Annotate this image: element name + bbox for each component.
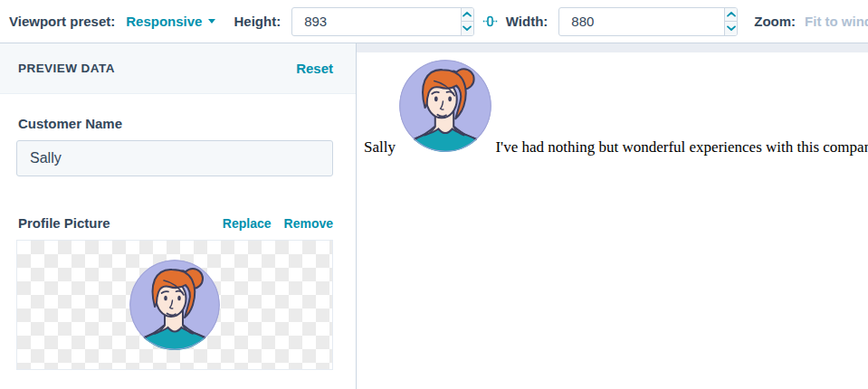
preview-top-strip [357, 43, 868, 52]
zoom-label: Zoom: [754, 14, 796, 29]
width-stepper [724, 8, 737, 35]
height-input-group [291, 7, 474, 36]
width-label: Width: [506, 14, 548, 29]
reset-button[interactable]: Reset [296, 61, 333, 76]
width-input-group [558, 7, 738, 36]
rendered-module: Sally I've had nothing but wonderful exp… [357, 52, 868, 157]
profile-picture-header: Profile Picture Replace Remove [16, 215, 333, 231]
viewport-preset-dropdown[interactable]: Responsive [126, 14, 215, 29]
width-step-up-button[interactable] [725, 8, 737, 23]
viewport-toolbar: Viewport preset: Responsive Height: Widt… [0, 0, 868, 43]
viewport-preset-label: Viewport preset: [9, 14, 115, 29]
preview-customer-name: Sally [364, 138, 396, 156]
height-step-down-button[interactable] [462, 22, 473, 35]
height-input[interactable] [292, 8, 461, 35]
module-preview-pane: Sally I've had nothing but wonderful exp… [357, 43, 868, 389]
zoom-value-dropdown[interactable]: Fit to wind [805, 14, 868, 29]
replace-button[interactable]: Replace [223, 216, 272, 231]
sidebar-header: PREVIEW DATA Reset [0, 43, 356, 94]
woman-avatar-image [399, 60, 491, 152]
sidebar-body: Customer Name Profile Picture Replace Re… [0, 94, 356, 370]
profile-picture-actions: Replace Remove [223, 216, 333, 231]
customer-name-input[interactable] [16, 140, 333, 176]
preview-data-sidebar: PREVIEW DATA Reset Customer Name Profile… [0, 43, 357, 389]
chevron-down-icon [462, 24, 472, 32]
chevron-down-icon [208, 19, 215, 24]
width-input[interactable] [559, 8, 724, 35]
profile-picture-label: Profile Picture [18, 215, 110, 231]
viewport-preset-value: Responsive [126, 14, 202, 29]
chevron-up-icon [462, 11, 472, 18]
woman-avatar-image [129, 260, 220, 350]
height-step-up-button[interactable] [462, 8, 473, 23]
width-step-down-button[interactable] [725, 22, 737, 35]
profile-picture-preview [16, 240, 333, 370]
chevron-down-icon [726, 24, 737, 32]
chevron-up-icon [726, 11, 737, 18]
link-icon [482, 14, 498, 29]
height-label: Height: [234, 14, 281, 29]
main-area: PREVIEW DATA Reset Customer Name Profile… [0, 43, 868, 389]
preview-quote: I've had nothing but wonderful experienc… [495, 138, 868, 156]
customer-name-label: Customer Name [18, 116, 333, 131]
remove-button[interactable]: Remove [284, 216, 333, 231]
sidebar-title: PREVIEW DATA [18, 62, 115, 75]
height-stepper [461, 8, 473, 35]
link-dimensions-toggle[interactable] [482, 14, 498, 29]
